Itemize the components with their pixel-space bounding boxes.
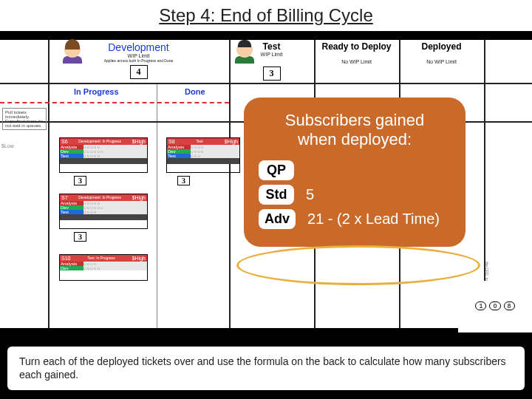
val-std: 5 bbox=[306, 186, 314, 203]
column-deployed: Deployed No WIP Limit bbox=[399, 41, 484, 64]
chip-2: 0 bbox=[489, 301, 500, 310]
overlay-row-qp: QP bbox=[259, 160, 451, 180]
column-test: Test WIP Limit 3 bbox=[229, 41, 314, 81]
overlay-row-adv: Adv 21 - (2 x Lead Time) bbox=[259, 209, 451, 229]
tag-qp: QP bbox=[259, 160, 294, 180]
subscribers-overlay: Subscribers gainedwhen deployed: QP Std … bbox=[244, 98, 466, 247]
wip-label-ready: No WIP Limit bbox=[314, 59, 399, 64]
slow-label: $Low bbox=[1, 143, 14, 149]
ticket-s7: S7Development: In Progress$High Analysis… bbox=[59, 194, 148, 229]
side-strip: 1 0 8 bbox=[458, 281, 532, 332]
overlay-row-std: Std 5 bbox=[259, 185, 451, 205]
wip-label-deployed: No WIP Limit bbox=[399, 59, 484, 64]
ticket-s6-wip: 3 bbox=[74, 176, 86, 185]
column-dev: Development WIP Limit Applies across bot… bbox=[48, 41, 229, 79]
highlight-ring bbox=[236, 245, 480, 285]
column-ready: Ready to Deploy No WIP Limit bbox=[314, 41, 399, 64]
caption-text: Turn each of the deployed tickets over a… bbox=[7, 347, 525, 390]
tag-adv: Adv bbox=[259, 209, 296, 229]
tag-std: Std bbox=[259, 185, 294, 205]
note-pull: Pull tickets immediately. Expedited item… bbox=[2, 108, 47, 130]
ticket-s8: S8Test$High Analysis○○○○ Dev○○○○ Test○○○ bbox=[166, 137, 240, 173]
avatar-test bbox=[233, 41, 256, 64]
wip-value-test: 3 bbox=[263, 66, 281, 81]
val-adv: 21 - (2 x Lead Time) bbox=[307, 211, 440, 228]
subcol-done: Done bbox=[185, 87, 205, 96]
ticket-s10: S10Test: In Progress$High Analysis○○○○ D… bbox=[59, 254, 148, 281]
ticket-s6: S6Development: In Progress$High Analysis… bbox=[59, 137, 148, 173]
ticket-s7-wip: 3 bbox=[74, 232, 86, 242]
column-deployed-label: Deployed bbox=[399, 41, 484, 52]
slide-title: Step 4: End of Billing Cycle bbox=[0, 0, 532, 31]
avatar-dev bbox=[61, 41, 83, 64]
column-ready-label: Ready to Deploy bbox=[314, 41, 399, 52]
ticket-s8-wip: 3 bbox=[177, 176, 190, 185]
chip-3: 8 bbox=[504, 301, 515, 310]
wip-value-dev: 4 bbox=[130, 65, 148, 79]
overlay-title: Subscribers gainedwhen deployed: bbox=[259, 111, 451, 150]
chip-1: 1 bbox=[475, 301, 486, 310]
kanban-board: Development WIP Limit Applies across bot… bbox=[0, 40, 532, 328]
subcol-inprogress: In Progress bbox=[74, 87, 119, 96]
